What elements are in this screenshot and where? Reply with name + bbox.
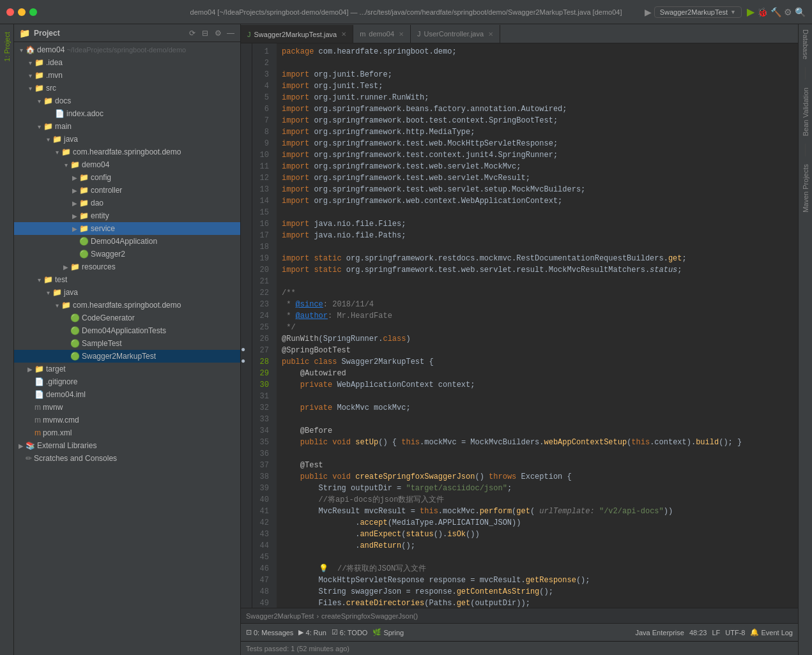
tree-item-service[interactable]: ▶ 📁 service (14, 222, 240, 235)
tree-item-swagger2markuptest[interactable]: ▶ 🟢 Swagger2MarkupTest (14, 350, 240, 363)
tree-item-scratches[interactable]: ▶ ✏ Scratches and Consoles (14, 452, 240, 465)
tree-item-swagger2[interactable]: ▶ 🟢 Swagger2 (14, 248, 240, 260)
tree-item-gitignore[interactable]: ▶ 📄 .gitignore (14, 375, 240, 388)
tree-label: java (64, 288, 78, 297)
search-icon[interactable]: 🔍 (795, 7, 806, 17)
tree-item-demo04iml[interactable]: ▶ 📄 demo04.iml (14, 388, 240, 401)
tree-item-demo04tests[interactable]: ▶ 🟢 Demo04ApplicationTests (14, 324, 240, 337)
tab-demo04[interactable]: m demo04 ✕ (353, 25, 411, 43)
gutter-empty (241, 126, 252, 138)
java-icon: 🟢 (79, 237, 89, 246)
tree-item-demo04-root[interactable]: ▾ 🏠 demo04 ~/IdeaProjects/springboot-dem… (14, 43, 240, 56)
tree-item-com-main[interactable]: ▾ 📁 com.heardfate.springboot.demo (14, 146, 240, 158)
tree-path: ~/IdeaProjects/springboot-demo/demo (66, 46, 186, 54)
gutter-empty (241, 207, 252, 218)
tab-icon: J (417, 30, 421, 38)
settings-icon[interactable]: ⚙ (784, 7, 792, 17)
folder-icon: 📁 (61, 147, 71, 156)
tree-item-mvn[interactable]: ▾ 📁 .mvn (14, 69, 240, 82)
file-icon: m (34, 403, 41, 412)
tree-label: mvnw.cmd (43, 416, 79, 425)
encoding[interactable]: UTF-8 (725, 629, 745, 636)
gutter-empty (241, 287, 252, 299)
project-panel-label[interactable]: 1: Project (2, 29, 12, 64)
run-config[interactable]: Swagger2MarkupTest ▼ (654, 6, 742, 18)
maximize-button[interactable] (29, 8, 37, 16)
line-ending[interactable]: LF (712, 629, 720, 636)
spring-label: Spring (383, 629, 404, 636)
tree-item-controller[interactable]: ▶ 📁 controller (14, 184, 240, 197)
tree-item-demo04application[interactable]: ▶ 🟢 Demo04Application (14, 235, 240, 248)
folder-icon: 📁 (52, 288, 62, 297)
build-button[interactable]: 🔨 (770, 7, 781, 17)
database-panel-label[interactable]: Database (801, 27, 811, 62)
tab-icon: m (360, 30, 365, 38)
run-panel[interactable]: ▶ 4: Run (298, 628, 326, 636)
tree-item-src[interactable]: ▾ 📁 src (14, 82, 240, 94)
gutter-empty (241, 299, 252, 310)
tree-item-main[interactable]: ▾ 📁 main (14, 120, 240, 133)
tree-item-index-adoc[interactable]: ▶ 📄 index.adoc (14, 107, 240, 120)
tab-close-icon[interactable]: ✕ (341, 31, 346, 38)
folder-icon: 📁 (70, 160, 80, 169)
todo-panel[interactable]: ☑ 6: TODO (332, 628, 368, 636)
folder-icon: 📁 (79, 199, 89, 207)
messages-panel[interactable]: ⊡ 0: Messages (246, 628, 293, 636)
tree-item-pomxml[interactable]: ▶ m pom.xml (14, 426, 240, 439)
tree-item-demo04-pkg[interactable]: ▾ 📁 demo04 (14, 158, 240, 171)
tree-label: demo04.iml (46, 390, 86, 399)
event-log[interactable]: 🔔 Event Log (750, 628, 793, 636)
tree-item-mvnw[interactable]: ▶ m mvnw (14, 401, 240, 414)
tree-item-java-main[interactable]: ▾ 📁 java (14, 133, 240, 146)
tree-item-config[interactable]: ▶ 📁 config (14, 171, 240, 184)
java-icon: 🟢 (70, 313, 80, 322)
code-editor[interactable]: package com.heardfate.springboot.demo; i… (277, 43, 798, 608)
bottom-bar-left: ⊡ 0: Messages ▶ 4: Run ☑ 6: TODO 🌿 Sprin… (246, 628, 404, 636)
minimize-button[interactable] (18, 8, 26, 16)
gutter-empty (241, 138, 252, 149)
tree-label: src (46, 84, 56, 93)
tab-close-icon[interactable]: ✕ (399, 31, 404, 38)
tree-item-java-test[interactable]: ▾ 📁 java (14, 286, 240, 299)
position-indicator[interactable]: 48:23 (689, 629, 707, 636)
messages-label: 0: Messages (254, 629, 293, 636)
tree-item-entity[interactable]: ▶ 📁 entity (14, 209, 240, 222)
maven-panel-label[interactable]: Maven Projects (801, 162, 811, 215)
gutter-empty (241, 253, 252, 264)
tab-close-icon[interactable]: ✕ (488, 31, 493, 38)
java-enterprise-panel[interactable]: Java Enterprise (635, 629, 684, 636)
settings-icon[interactable]: ⚙ (213, 29, 222, 38)
file-icon: m (34, 416, 41, 425)
position-label: 48:23 (689, 629, 707, 636)
tab-swagger2markuptest[interactable]: J Swagger2MarkupTest.java ✕ (241, 25, 353, 43)
tree-item-docs[interactable]: ▾ 📁 docs (14, 94, 240, 107)
tree-item-test[interactable]: ▾ 📁 test (14, 273, 240, 286)
sync-icon[interactable]: ⟳ (188, 29, 197, 38)
tree-item-resources[interactable]: ▶ 📁 resources (14, 260, 240, 273)
divider (805, 67, 806, 80)
run-config-label: Swagger2MarkupTest (660, 8, 728, 16)
spring-panel[interactable]: 🌿 Spring (372, 628, 404, 636)
tree-item-mvnwcmd[interactable]: ▶ m mvnw.cmd (14, 414, 240, 426)
tab-usercontroller[interactable]: J UserController.java ✕ (411, 25, 500, 43)
tree-item-idea[interactable]: ▾ 📁 .idea (14, 56, 240, 69)
bean-validation-label[interactable]: Bean Validation (801, 85, 811, 139)
close-button[interactable] (6, 8, 14, 16)
run-config-arrow: ▼ (730, 9, 736, 15)
tree-item-target[interactable]: ▶ 📁 target (14, 363, 240, 375)
debug-button[interactable]: 🐞 (757, 7, 768, 17)
line-numbers: 1 2 3 4 5 6 7 8 9 10 11 12 13 14 15 16 1… (252, 43, 277, 608)
tree-item-external-libs[interactable]: ▶ 📚 External Libraries (14, 439, 240, 452)
scratch-icon: ✏ (26, 454, 32, 463)
tree-item-sampletest[interactable]: ▶ 🟢 SampleTest (14, 337, 240, 350)
tree-item-com-test[interactable]: ▾ 📁 com.heardfate.springboot.demo (14, 299, 240, 312)
tree-item-dao[interactable]: ▶ 📁 dao (14, 197, 240, 209)
gutter-empty (241, 195, 252, 207)
folder-icon: 📁 (34, 84, 44, 93)
play-button[interactable]: ▶ (747, 6, 755, 18)
tree-content: ▾ 🏠 demo04 ~/IdeaProjects/springboot-dem… (14, 42, 240, 655)
tree-item-codegenerator[interactable]: ▶ 🟢 CodeGenerator (14, 312, 240, 324)
collapse-icon[interactable]: ⊟ (201, 29, 210, 38)
gutter-mark: ● (241, 356, 252, 368)
expand-icon[interactable]: — (226, 29, 235, 38)
